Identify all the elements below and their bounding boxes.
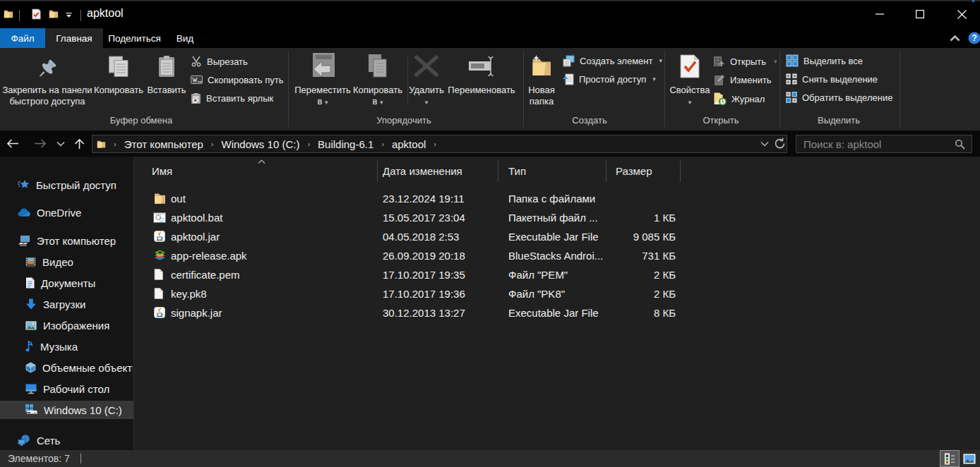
svg-text:?: ? bbox=[972, 33, 977, 43]
